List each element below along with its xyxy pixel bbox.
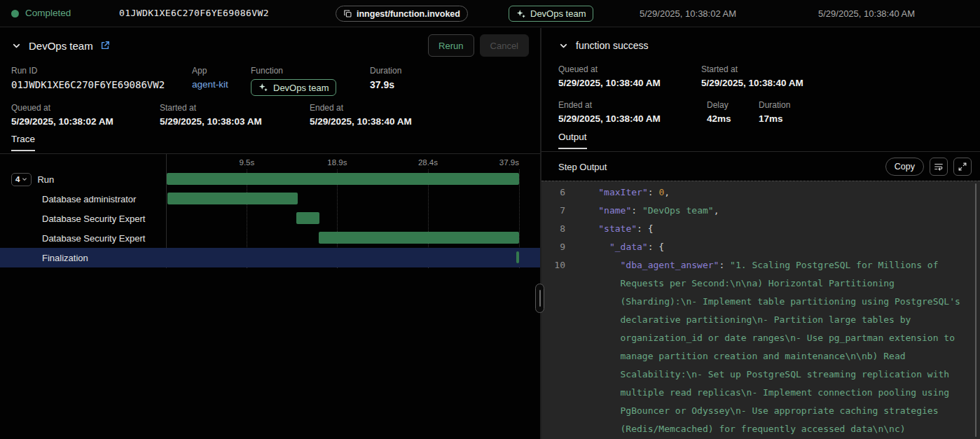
step-details-panel: function success Queued at 5/29/2025, 10… <box>541 28 980 439</box>
started-at-field: Started at 5/29/2025, 10:38:03 AM <box>160 103 262 127</box>
trace-span-bar[interactable] <box>319 232 519 244</box>
delay-field: Delay 42ms <box>707 100 731 124</box>
code-content: "name": "DevOps team", <box>598 202 980 220</box>
duration-field: Duration 17ms <box>759 100 790 124</box>
expand-button[interactable] <box>953 158 972 176</box>
run-tabs: Trace <box>0 132 540 154</box>
axis-tick-label: 37.9s <box>499 158 519 167</box>
trace-span-bar[interactable] <box>296 212 319 224</box>
queued-at-field: Queued at 5/29/2025, 10:38:02 AM <box>11 103 113 127</box>
code-scrollbar[interactable] <box>975 183 976 437</box>
ended-at-label: Ended at <box>558 100 661 110</box>
collapse-count-badge[interactable]: 4 <box>11 173 32 186</box>
code-line: 7"name": "DevOps team", <box>541 202 980 220</box>
trace-row[interactable]: Database Security Expert <box>0 228 540 248</box>
trace-row-label: 4Run <box>0 169 166 189</box>
run-panel-title: DevOps team <box>29 40 93 52</box>
status-label: Completed <box>25 8 71 18</box>
run-details-panel: DevOps team Rerun Cancel Run ID 01JWDK1X… <box>0 28 540 439</box>
status-completed-dot-icon <box>11 10 19 18</box>
event-badge[interactable]: inngest/function.invoked <box>336 6 468 22</box>
code-line: 9"_data": { <box>541 238 980 256</box>
run-status-bar: Completed 01JWDK1XE6C270F6YE69086VW2 inn… <box>0 0 980 27</box>
trace-row[interactable]: Database administrator <box>0 189 540 209</box>
queued-at-label: Queued at <box>558 64 661 74</box>
trace-span-bar[interactable] <box>167 173 519 185</box>
function-field: Function DevOps team <box>251 66 336 96</box>
copy-button[interactable]: Copy <box>885 158 924 176</box>
line-number: 10 <box>541 256 565 439</box>
queued-at-label: Queued at <box>11 103 113 113</box>
chevron-down-icon[interactable] <box>558 41 569 51</box>
code-lines: 6"maxIter": 0,7"name": "DevOps team",8"s… <box>541 183 980 439</box>
trace-row-chart <box>166 228 519 248</box>
function-label: Function <box>251 66 336 76</box>
started-at-value: 5/29/2025, 10:38:03 AM <box>160 116 262 127</box>
axis-tick-label: 28.4s <box>418 158 438 167</box>
chevron-down-icon[interactable] <box>11 41 22 51</box>
cancel-button[interactable]: Cancel <box>480 34 529 57</box>
step-output-code[interactable]: 6"maxIter": 0,7"name": "DevOps team",8"s… <box>541 181 980 439</box>
panel-resize-handle[interactable] <box>535 284 544 313</box>
trace-row[interactable]: 4Run <box>0 169 540 189</box>
trace-waterfall: 9.5s18.9s28.4s37.9s 4RunDatabase adminis… <box>0 154 540 439</box>
function-badge[interactable]: DevOps team <box>509 6 593 22</box>
delay-value: 42ms <box>707 113 731 124</box>
trace-row[interactable]: Database Security Expert <box>0 209 540 228</box>
run-id-value: 01JWDK1XE6C270F6YE69086VW2 <box>11 79 165 90</box>
started-at-label: Started at <box>160 103 262 113</box>
trace-rows: 4RunDatabase administratorDatabase Secur… <box>0 169 540 267</box>
sparkle-icon <box>258 83 268 92</box>
run-id-field: Run ID 01JWDK1XE6C270F6YE69086VW2 <box>11 66 165 90</box>
trace-axis: 9.5s18.9s28.4s37.9s <box>166 154 519 169</box>
app-field: App agent-kit <box>192 66 228 90</box>
run-meta-row-1: Run ID 01JWDK1XE6C270F6YE69086VW2 App ag… <box>0 66 540 99</box>
sparkle-icon <box>516 9 526 19</box>
copy-icon <box>343 9 352 18</box>
topbar-run-id: 01JWDK1XE6C270F6YE69086VW2 <box>119 8 269 18</box>
code-content: "_data": { <box>609 238 980 256</box>
main-area: DevOps team Rerun Cancel Run ID 01JWDK1X… <box>0 28 980 439</box>
code-line: 6"maxIter": 0, <box>541 183 980 202</box>
started-at-field: Started at 5/29/2025, 10:38:40 AM <box>701 64 803 88</box>
run-meta-row-2: Queued at 5/29/2025, 10:38:02 AM Started… <box>0 103 540 137</box>
code-line: 8"state": { <box>541 220 980 238</box>
ended-at-field: Ended at 5/29/2025, 10:38:40 AM <box>310 103 412 127</box>
step-meta-row-2: Ended at 5/29/2025, 10:38:40 AM Delay 42… <box>541 100 980 134</box>
collapse-count: 4 <box>15 175 20 183</box>
ended-at-value: 5/29/2025, 10:38:40 AM <box>310 116 412 127</box>
app-label: App <box>192 66 228 76</box>
word-wrap-button[interactable] <box>930 158 948 176</box>
trace-row[interactable]: Finalization <box>0 248 540 267</box>
app-link[interactable]: agent-kit <box>192 79 228 90</box>
started-at-label: Started at <box>701 64 803 74</box>
step-panel-header: function success <box>558 34 969 57</box>
rerun-button[interactable]: Rerun <box>428 34 474 57</box>
trace-row-chart <box>166 169 519 189</box>
queued-timestamp: 5/29/2025, 10:38:02 AM <box>640 8 736 19</box>
axis-tick-label: 18.9s <box>327 158 347 167</box>
step-meta-row-1: Queued at 5/29/2025, 10:38:40 AM Started… <box>541 64 980 98</box>
trace-row-label: Finalization <box>0 248 166 267</box>
line-number: 9 <box>541 238 565 256</box>
duration-value: 17ms <box>759 113 790 124</box>
queued-at-field: Queued at 5/29/2025, 10:38:40 AM <box>558 64 661 88</box>
trace-row-chart <box>166 189 519 209</box>
line-number: 8 <box>541 220 565 238</box>
trace-row-name: Database Security Expert <box>42 214 145 224</box>
run-id-label: Run ID <box>11 66 165 76</box>
function-badge-label: DevOps team <box>273 83 329 93</box>
tab-trace[interactable]: Trace <box>11 134 35 151</box>
trace-row-name: Database Security Expert <box>42 233 145 244</box>
code-content: "maxIter": 0, <box>598 183 980 202</box>
trace-span-bar[interactable] <box>516 251 519 263</box>
trace-row-chart <box>166 248 519 267</box>
tab-output[interactable]: Output <box>558 132 587 149</box>
step-output-title: Step Output <box>558 162 607 172</box>
external-link-icon[interactable] <box>100 41 110 50</box>
duration-value: 37.9s <box>370 79 401 90</box>
trace-row-name: Database administrator <box>42 194 136 204</box>
event-badge-label: inngest/function.invoked <box>357 9 460 19</box>
trace-span-bar[interactable] <box>167 193 298 204</box>
function-badge[interactable]: DevOps team <box>251 79 336 96</box>
